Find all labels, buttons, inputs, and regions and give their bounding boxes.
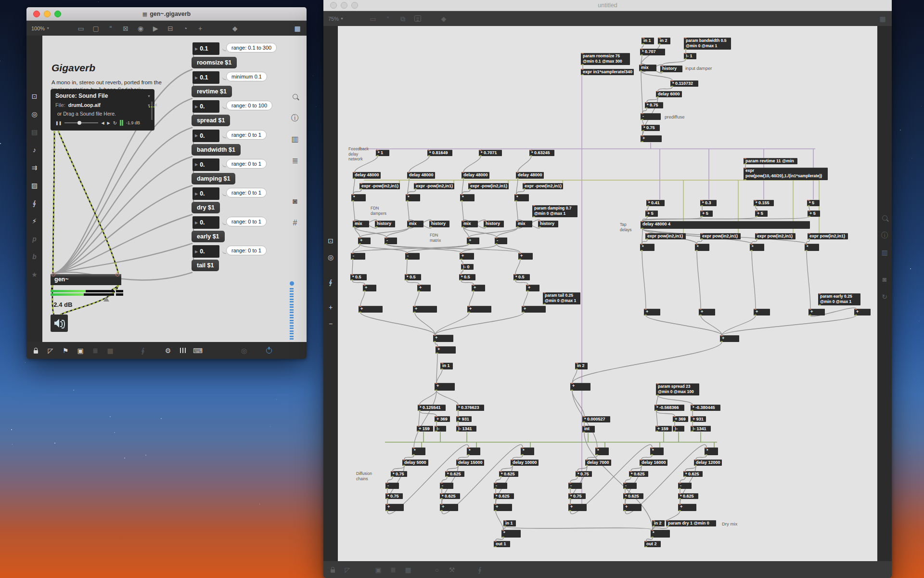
object-box-dc4_mulA[interactable]: * 0.75 — [576, 471, 592, 477]
object-box-f_hist1[interactable]: history — [375, 221, 395, 227]
object-box-h_mul3[interactable]: * 0.5 — [459, 274, 475, 280]
transport-icon[interactable]: ◎ — [240, 347, 248, 355]
object-box-tap_expr4[interactable]: expr pow(in2,in1) — [808, 233, 848, 239]
object-box-h_plus4[interactable]: + — [526, 285, 539, 291]
object-box-dc3_mulA[interactable]: * 0.625 — [499, 471, 518, 477]
object-box-tap_expr3[interactable]: expr pow(in2,in1) — [755, 233, 796, 239]
message-box-bandwidth[interactable]: bandwidth $1 — [192, 144, 241, 156]
object-box-m_minus2[interactable]: - — [495, 237, 507, 244]
gen-canvas[interactable]: in 1in 2* 0.707param bandwidth 0.5 @min … — [338, 26, 877, 561]
audio-status-icon[interactable]: ◎ — [30, 110, 39, 118]
object-box-l_n1341[interactable]: !- 1341 — [456, 426, 476, 432]
rangeslider-icon[interactable]: ⊟ — [166, 25, 175, 32]
object-box-f_expr2[interactable]: expr -pow(in2,in1) — [414, 183, 454, 189]
object-box-g_plus2[interactable]: + — [436, 346, 456, 354]
object-box-o_mul1[interactable]: * — [501, 530, 521, 538]
object-box-tapsum3[interactable]: + — [754, 309, 770, 315]
plug-icon[interactable]: ⚡ — [30, 217, 39, 225]
object-box-t_del6000[interactable]: delay 6000 — [656, 91, 682, 97]
object-box-dc1_plus[interactable]: + — [385, 504, 404, 511]
camera-icon[interactable]: ◙ — [880, 276, 889, 283]
object-box-m_minus1[interactable]: - — [385, 237, 397, 244]
note-icon[interactable]: ♪ — [30, 146, 39, 154]
object-box-t_mul075a[interactable]: * 0.75 — [645, 102, 663, 108]
patcher-canvas[interactable]: Gigaverb A mono in, stereo out reverb, p… — [42, 36, 307, 342]
object-box-tapsum2[interactable]: + — [699, 309, 715, 315]
object-box-tap_plus4[interactable]: + 5 — [808, 210, 820, 217]
object-box-l_p931[interactable]: + 931 — [456, 416, 472, 422]
object-box-t_mix[interactable]: mix — [639, 65, 656, 71]
object-box-tap_mulc2[interactable]: * — [695, 244, 709, 251]
titlebar[interactable]: untitled — [323, 0, 892, 11]
object-box-tap_mulc3[interactable]: * — [750, 244, 764, 251]
object-box-tap_mulc4[interactable]: * — [805, 244, 819, 251]
object-box-l_in1[interactable]: in 1 — [440, 363, 453, 369]
object-box-t_subpre[interactable]: - — [641, 113, 661, 120]
grid-icon[interactable]: ▦ — [106, 347, 115, 355]
keyboard-icon[interactable]: ⌨ — [193, 347, 202, 355]
object-box-t_in1[interactable]: in 1 — [642, 38, 654, 44]
gain-fader[interactable] — [151, 102, 153, 120]
message-box-tail[interactable]: tail $1 — [192, 260, 219, 271]
object-box-t_mul707[interactable]: * 0.707 — [640, 49, 665, 55]
loop-icon[interactable]: ↻ — [113, 120, 117, 126]
object-box-dc1_star[interactable]: * — [412, 447, 425, 455]
audio-status-icon[interactable]: ◎ — [326, 253, 335, 261]
object-box-h_plus1[interactable]: + — [363, 285, 376, 291]
object-box-l_not[interactable]: !- — [435, 426, 446, 432]
object-box-s_plus1[interactable]: + — [359, 306, 383, 313]
number-box-revtime[interactable]: ▶0.1 — [192, 71, 219, 84]
object-box-t_in2[interactable]: in 2 — [658, 38, 670, 44]
object-box-dc5_star[interactable]: * — [650, 447, 664, 455]
close-button-icon[interactable] — [33, 11, 40, 17]
object-box-r_p369[interactable]: + 369 — [673, 416, 688, 422]
info-icon[interactable]: ⓘ — [880, 231, 889, 239]
object-box-f_hist4[interactable]: history — [538, 221, 558, 227]
object-box-dc2_delay[interactable]: delay 15000 — [456, 460, 484, 466]
object-box-f_mulc4[interactable]: * — [514, 194, 529, 201]
object-box-f_mulc3[interactable]: * — [460, 194, 475, 201]
message-box-roomsize[interactable]: roomsize $1 — [192, 57, 237, 68]
object-box-t_not1[interactable]: !- 1 — [684, 53, 696, 59]
object-box-tapsum1[interactable]: + — [644, 309, 660, 315]
object-box-f_mix3[interactable]: mix — [462, 221, 478, 227]
prev-icon[interactable]: ◀ — [101, 121, 104, 125]
object-box-t_hist[interactable]: history — [660, 66, 682, 72]
columns-icon[interactable]: ▥ — [880, 249, 889, 256]
object-box-f_mul1[interactable]: * 1 — [376, 150, 389, 156]
mixer-icon[interactable]: # — [291, 219, 299, 227]
grid-icon[interactable]: ▦ — [404, 566, 412, 574]
number-box-dry[interactable]: ▶0. — [192, 187, 219, 200]
grid-icon[interactable]: ▦ — [293, 25, 302, 32]
b-icon[interactable]: b — [30, 253, 39, 261]
paint-bucket-icon[interactable]: ◆ — [439, 15, 448, 23]
pause-icon[interactable]: ❚❚ — [55, 121, 62, 125]
object-box-o_pdry[interactable]: param dry 1 @min 0 @max 1 — [666, 520, 716, 526]
search-icon[interactable] — [880, 214, 889, 222]
source-menu[interactable]: Source: Sound File▼ — [51, 89, 154, 101]
object-box-r2_4[interactable]: + — [518, 253, 533, 260]
object-box-f_mix2[interactable]: mix — [407, 221, 424, 227]
object-box-h_plus3[interactable]: + — [472, 285, 485, 291]
object-box-dc4_sub[interactable]: - — [568, 483, 582, 489]
presentation-icon[interactable]: ⚑ — [61, 347, 70, 355]
object-box-r_n1341[interactable]: !- 1341 — [691, 426, 711, 432]
object-box-dc3_mulB[interactable]: * 0.625 — [494, 493, 514, 499]
object-box-dc3_plus[interactable]: + — [494, 504, 512, 511]
object-box-l_p369[interactable]: + 369 — [435, 416, 450, 422]
wrench-icon[interactable]: ⚙ — [164, 347, 172, 355]
object-box-tap_expr2[interactable]: expr pow(in2,in1) — [700, 233, 741, 239]
object-box-dc4_delay[interactable]: delay 7000 — [585, 460, 611, 466]
gen-object[interactable]: gen~ — [51, 274, 121, 285]
layers-icon[interactable]: ▣ — [374, 566, 383, 574]
camera-icon[interactable]: ◙ — [291, 197, 299, 205]
object-box-tap_mulc1[interactable]: * — [640, 244, 654, 251]
zoom-select[interactable]: 75%▼ — [328, 16, 344, 22]
object-box-f_mul2[interactable]: * 0.81649 — [427, 150, 452, 156]
info-icon[interactable]: ⓘ — [291, 114, 299, 122]
comment-icon[interactable]: “ — [384, 15, 392, 23]
p-icon[interactable]: p — [30, 235, 39, 243]
code-icon[interactable]: co de — [413, 15, 422, 23]
object-box-r2_1[interactable]: - — [351, 253, 365, 260]
comment-icon[interactable]: “ — [106, 25, 115, 32]
